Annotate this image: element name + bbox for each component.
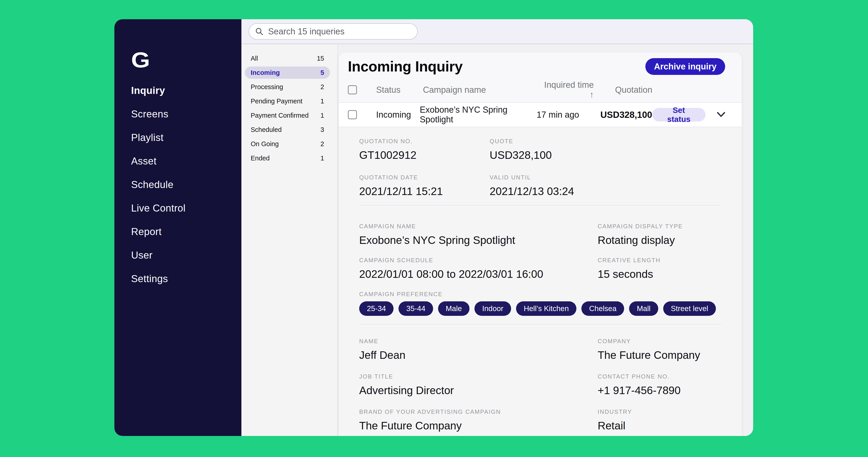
section-divider (359, 205, 721, 205)
sidebar-nav: Inquiry Screens Playlist Asset Schedule … (131, 79, 241, 290)
filter-item-all[interactable]: All 15 (245, 52, 330, 64)
field-quotation-date: QUOTATION DATE 2021/12/11 15:21 (359, 174, 490, 198)
row-campaign-name: Exobone’s NYC Spring Spotlight (420, 105, 530, 124)
preference-tag: Indoor (474, 301, 511, 316)
filter-label: Incoming (251, 69, 280, 77)
preference-tag: Male (438, 301, 470, 316)
preference-tag: Chelsea (581, 301, 624, 316)
brand-logo-g: G (131, 48, 150, 73)
content: All 15 Incoming 5 Processing 2 Pending P… (241, 44, 753, 436)
filter-item-on-going[interactable]: On Going 2 (245, 138, 330, 150)
filter-label: Scheduled (251, 126, 282, 134)
column-status: Status (376, 85, 423, 95)
field-valid-until: VALID UNTIL 2021/12/13 03:24 (490, 174, 721, 198)
field-job-title: JOB TITLE Advertising Director (359, 373, 598, 397)
row-status: Incoming (376, 110, 420, 120)
filter-count: 1 (320, 112, 324, 119)
archive-inquiry-button[interactable]: Archive inquiry (645, 58, 725, 75)
sidebar: G Inquiry Screens Playlist Asset Schedul… (114, 19, 241, 436)
preference-tags: 25-34 35-44 Male Indoor Hell’s Kitchen C… (359, 301, 721, 316)
filter-item-incoming[interactable]: Incoming 5 (245, 66, 330, 79)
filter-count: 2 (320, 83, 324, 91)
sidebar-item-asset[interactable]: Asset (131, 149, 241, 173)
field-creative-length: CREATIVE LENGTH 15 seconds (598, 257, 721, 281)
filter-label: Ended (251, 154, 270, 162)
page-title: Incoming Inquiry (348, 58, 463, 75)
sidebar-item-report[interactable]: Report (131, 220, 241, 244)
field-company: COMPANY The Future Company (598, 338, 721, 362)
sidebar-item-live-control[interactable]: Live Control (131, 196, 241, 220)
filter-count: 1 (320, 97, 324, 105)
filter-item-ended[interactable]: Ended 1 (245, 152, 330, 164)
filter-item-pending-payment[interactable]: Pending Payment 1 (245, 95, 330, 107)
filter-item-scheduled[interactable]: Scheduled 3 (245, 123, 330, 136)
quotation-block: QUOTATION NO. GT1002912 QUOTE USD328,100… (359, 138, 721, 198)
card-header: Incoming Inquiry Archive inquiry (339, 53, 742, 77)
app-window: G Inquiry Screens Playlist Asset Schedul… (114, 19, 753, 436)
search-input[interactable] (268, 27, 411, 36)
sidebar-item-screens[interactable]: Screens (131, 102, 241, 126)
sidebar-item-inquiry[interactable]: Inquiry (131, 79, 241, 102)
contact-block: NAME Jeff Dean COMPANY The Future Compan… (359, 338, 721, 433)
field-quote: QUOTE USD328,100 (490, 138, 721, 162)
sidebar-item-user[interactable]: User (131, 244, 241, 267)
sidebar-item-schedule[interactable]: Schedule (131, 173, 241, 196)
filter-item-processing[interactable]: Processing 2 (245, 81, 330, 93)
search-icon (255, 27, 264, 36)
preference-tag: Hell’s Kitchen (516, 301, 577, 316)
field-brand: BRAND OF YOUR ADVERTISING CAMPAIGN The F… (359, 408, 598, 433)
filter-count: 15 (317, 55, 324, 62)
preference-tag: Mall (629, 301, 658, 316)
sidebar-item-playlist[interactable]: Playlist (131, 126, 241, 149)
column-inquired-time-sort[interactable]: Inquired time ↑ (541, 80, 594, 99)
field-industry: INDUSTRY Retail (598, 408, 721, 433)
filter-count: 1 (320, 154, 324, 162)
search-box[interactable] (249, 23, 418, 39)
preference-tag: 35-44 (399, 301, 433, 316)
filter-count: 5 (320, 69, 324, 77)
row-inquired-time: 17 min ago (530, 110, 579, 120)
field-name: NAME Jeff Dean (359, 338, 598, 362)
preference-tag: 25-34 (359, 301, 394, 316)
main-region: All 15 Incoming 5 Processing 2 Pending P… (241, 19, 753, 436)
field-campaign-preference: CAMPAIGN PREFERENCE 25-34 35-44 Male Ind… (359, 290, 721, 316)
table-row[interactable]: Incoming Exobone’s NYC Spring Spotlight … (339, 102, 742, 127)
filter-label: Payment Confirmed (251, 112, 309, 119)
field-campaign-schedule: CAMPAIGN SCHEDULE 2022/01/01 08:00 to 20… (359, 257, 598, 281)
column-campaign-name: Campaign name (423, 85, 541, 95)
field-campaign-display-type: CAMPAIGN DISPALY TYPE Rotating display (598, 223, 721, 247)
filter-count: 3 (320, 126, 324, 134)
filter-label: Processing (251, 83, 283, 91)
chevron-down-icon[interactable] (717, 112, 725, 118)
main-panel: Incoming Inquiry Archive inquiry Status … (338, 44, 753, 436)
filter-label: All (251, 55, 258, 62)
filter-count: 2 (320, 140, 324, 148)
topbar (241, 19, 753, 44)
field-contact-phone: CONTACT PHONE NO. +1 917-456-7890 (598, 373, 721, 397)
inquiry-card: Incoming Inquiry Archive inquiry Status … (339, 53, 742, 436)
set-status-button[interactable]: Set status (652, 108, 706, 121)
table-header: Status Campaign name Inquired time ↑ Quo… (339, 77, 742, 102)
column-quotation: Quotation (615, 85, 725, 95)
row-checkbox[interactable] (348, 110, 357, 119)
filter-panel: All 15 Incoming 5 Processing 2 Pending P… (241, 44, 338, 436)
section-divider (359, 324, 721, 324)
row-quotation: USD328,100 (600, 110, 652, 120)
field-quotation-no: QUOTATION NO. GT1002912 (359, 138, 490, 162)
campaign-block: CAMPAIGN NAME Exobone’s NYC Spring Spotl… (359, 223, 721, 316)
sidebar-item-settings[interactable]: Settings (131, 267, 241, 290)
preference-tag: Street level (663, 301, 716, 316)
filter-item-payment-confirmed[interactable]: Payment Confirmed 1 (245, 109, 330, 121)
inquiry-detail: QUOTATION NO. GT1002912 QUOTE USD328,100… (339, 127, 742, 436)
filter-label: Pending Payment (251, 97, 303, 105)
select-all-checkbox[interactable] (348, 85, 357, 94)
field-campaign-name: CAMPAIGN NAME Exobone’s NYC Spring Spotl… (359, 223, 598, 247)
filter-label: On Going (251, 140, 279, 148)
